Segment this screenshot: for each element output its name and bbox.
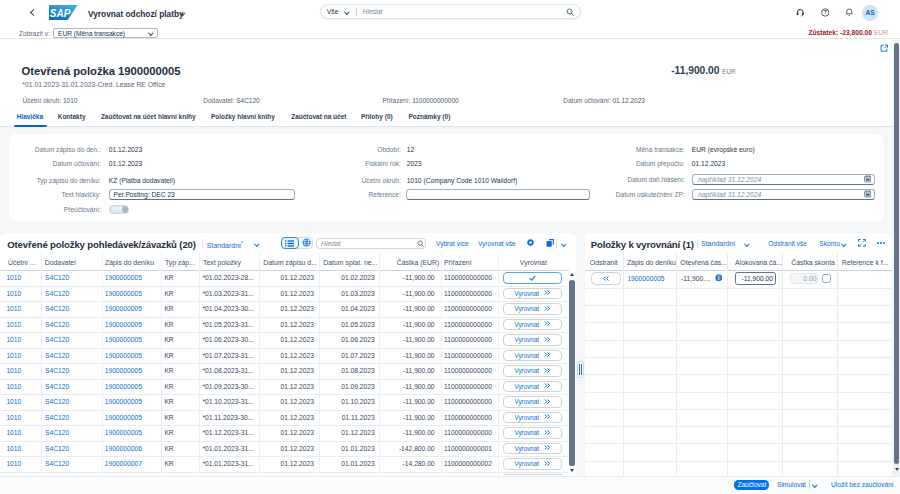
svg-text:?: ? — [823, 9, 826, 15]
svg-text:SAP: SAP — [50, 8, 71, 19]
